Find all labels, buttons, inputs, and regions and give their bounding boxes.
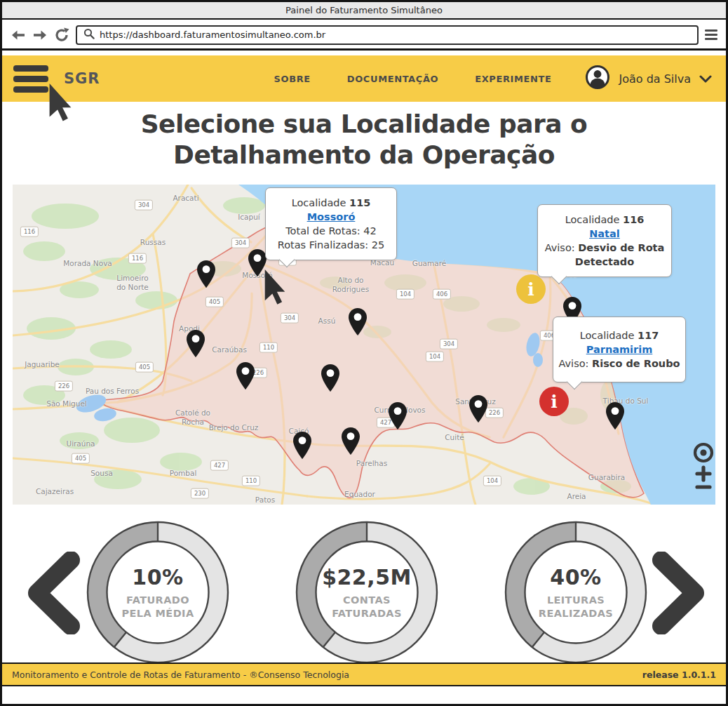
gauge-value: 10%: [132, 565, 183, 590]
map-city-label: Caraúbas: [212, 345, 247, 354]
carousel-prev-button[interactable]: [23, 552, 82, 634]
map-pin-icon: [606, 402, 624, 429]
brand-logo: SGR: [64, 70, 100, 87]
road-number-badge: 104: [483, 476, 501, 486]
map-pin-icon: [293, 432, 311, 459]
city-link-parnamirim[interactable]: Parnamirim: [586, 344, 653, 355]
map-city-label: Jaguaribe: [25, 360, 60, 369]
nav-documentacao[interactable]: DOCUMENTAÇÃO: [347, 74, 438, 84]
map-city-label: Pombal: [170, 469, 197, 478]
city-link-natal[interactable]: Natal: [589, 228, 620, 239]
locality-pin[interactable]: [236, 362, 255, 389]
tooltip-label: Localidade: [565, 214, 620, 225]
avatar-icon: [585, 65, 610, 93]
map-city-label: Parelhas: [356, 459, 387, 468]
road-number-badge: 116: [128, 253, 147, 264]
browser-menu-icon[interactable]: [705, 29, 717, 40]
url-input[interactable]: [100, 29, 691, 40]
carousel-next-button[interactable]: [650, 552, 709, 634]
address-bar[interactable]: [76, 25, 699, 45]
road-number-badge: 104: [426, 352, 444, 362]
tooltip-total-rotas: Total de Rotas: 42: [270, 224, 392, 238]
road-number-badge: 304: [135, 200, 153, 211]
locality-pin[interactable]: [349, 308, 367, 335]
road-number-badge: 427: [210, 460, 229, 471]
locality-pin[interactable]: [342, 427, 360, 455]
map-city-label: Morada Nova: [63, 259, 112, 268]
map-pin-icon: [342, 427, 360, 455]
page-title: Selecione sua Localidade para o Detalham…: [2, 109, 726, 171]
browser-window: Painel do Faturamento Simultâneo SGR SOB…: [0, 0, 728, 706]
gauge-value: 40%: [550, 565, 601, 590]
back-button[interactable]: [11, 27, 26, 43]
locality-pin[interactable]: [187, 330, 205, 357]
road-number-badge: 226: [55, 381, 73, 392]
road-number-badge: 230: [191, 488, 209, 499]
map-city-label: Sousa: [90, 469, 113, 478]
map-city-label: Limoeiro do Norte: [116, 274, 149, 292]
tooltip-number: 117: [638, 330, 659, 341]
locality-pin[interactable]: [321, 364, 339, 392]
map-city-label: Cajazeiras: [36, 487, 74, 496]
map-canvas[interactable]: AracatiIcapuíRussasMorada NovaLimoeiro d…: [13, 185, 715, 505]
footer-text: Monitoramento e Controle de Rotas de Fat…: [12, 670, 349, 680]
map-city-label: Guarabira: [588, 473, 625, 482]
road-number-badge: 405: [72, 453, 90, 464]
locality-pin[interactable]: [606, 402, 624, 429]
map-city-label: Guamaré: [412, 259, 446, 268]
aviso-label: Aviso:: [545, 242, 575, 253]
tooltip-localidade-115: Localidade 115 Mossoró Total de Rotas: 4…: [265, 187, 397, 260]
gauge-leituras: 40% LEITURAS REALIZADAS: [504, 520, 648, 665]
map-pin-icon: [197, 260, 215, 288]
app-header: SGR SOBRE DOCUMENTAÇÃO EXPERIMENTE João …: [2, 55, 726, 102]
tooltip-label: Localidade: [580, 330, 635, 341]
locality-pin[interactable]: [389, 402, 407, 429]
danger-info-marker[interactable]: i: [539, 387, 569, 416]
map-zoom-controls: [687, 436, 715, 495]
road-number-badge: 104: [396, 289, 414, 300]
map-city-label: Aracati: [173, 194, 198, 203]
map-city-label: Alto do Rodrigues: [332, 276, 369, 294]
nav-sobre[interactable]: SOBRE: [274, 74, 311, 84]
map-city-label: São Miguel: [46, 399, 87, 408]
user-menu[interactable]: João da Silva: [585, 65, 712, 93]
map-city-label: Equador: [344, 490, 375, 499]
road-number-badge: 304: [281, 313, 299, 324]
browser-toolbar: [2, 21, 726, 51]
map-pin-icon: [236, 362, 255, 389]
nav-experimente[interactable]: EXPERIMENTE: [475, 74, 551, 84]
locality-pin[interactable]: [469, 395, 487, 422]
gauge-label: FATURADO PELA MÉDIA: [121, 594, 194, 620]
map-pin-icon: [349, 308, 367, 335]
road-number-badge: 110: [259, 342, 278, 353]
warning-info-marker[interactable]: i: [516, 274, 546, 304]
gauge-label: CONTAS FATURADAS: [332, 594, 402, 620]
road-number-badge: 116: [20, 227, 39, 237]
locate-icon[interactable]: [695, 444, 712, 461]
road-number-badge: 304: [231, 238, 250, 248]
zoom-in-button[interactable]: [697, 467, 710, 480]
map-city-label: Pau dos Ferros: [86, 387, 139, 396]
locality-pin[interactable]: [197, 260, 215, 288]
refresh-button[interactable]: [54, 27, 69, 43]
gauge-value: $22,5M: [322, 565, 412, 590]
forward-button[interactable]: [32, 27, 48, 43]
locality-pin[interactable]: [248, 249, 267, 277]
map-city-label: Russas: [140, 238, 166, 247]
map-pin-icon: [248, 249, 267, 277]
top-navigation: SOBRE DOCUMENTAÇÃO EXPERIMENTE: [274, 74, 552, 84]
road-number-badge: 405: [135, 362, 154, 373]
city-link-mossoro[interactable]: Mossoró: [307, 211, 356, 222]
user-name: João da Silva: [619, 72, 691, 86]
hamburger-menu-button[interactable]: [13, 65, 48, 93]
road-number-badge: 405: [205, 297, 224, 307]
map-city-label: Patos: [255, 495, 275, 505]
tooltip-rotas-finalizadas: Rotas Finalizadas: 25: [270, 238, 392, 252]
map-city-label: Brejo do Cruz: [209, 423, 259, 432]
locality-pin[interactable]: [293, 432, 311, 459]
gauge-label: LEITURAS REALIZADAS: [539, 594, 613, 620]
window-title: Painel do Faturamento Simultâneo: [285, 5, 443, 15]
map-city-label: Icapuí: [238, 213, 260, 222]
map-city-label: Cuité: [445, 433, 464, 442]
window-titlebar: Painel do Faturamento Simultâneo: [2, 2, 726, 20]
